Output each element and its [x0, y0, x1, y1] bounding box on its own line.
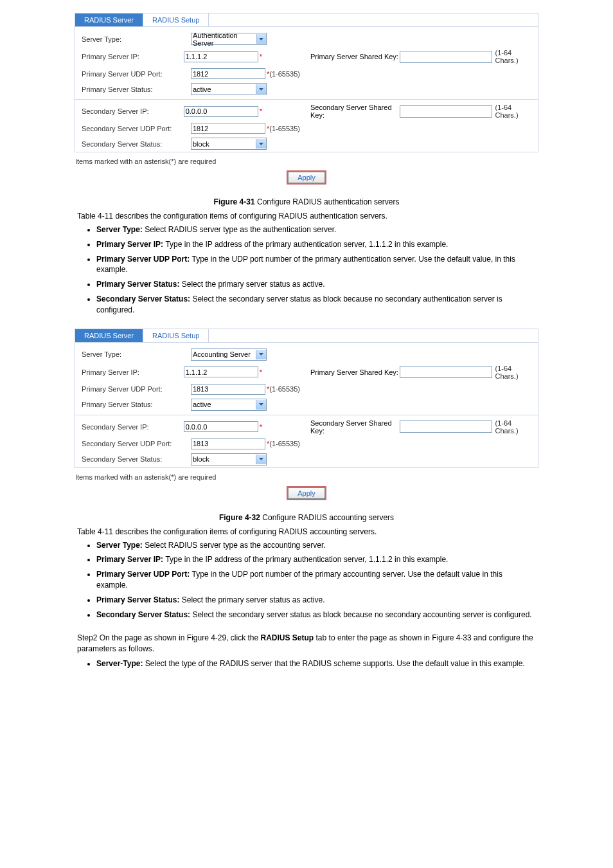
- hint-port: *(1-65535): [267, 125, 300, 132]
- primary-port-input[interactable]: [191, 384, 265, 395]
- primary-ip-input[interactable]: [184, 51, 258, 62]
- bullets-2: Server Type: Select RADIUS server type a…: [96, 540, 533, 620]
- step2: Step2 On the page as shown in Figure 4-2…: [77, 633, 540, 655]
- chevron-down-icon: [256, 400, 266, 410]
- secondary-key-input[interactable]: [400, 420, 492, 433]
- figure-caption-2: Figure 4-32 Configure RADIUS accounting …: [39, 513, 574, 522]
- label-secondary-key: Secondary Server Shared Key:: [310, 104, 400, 119]
- secondary-port-input[interactable]: [191, 123, 265, 134]
- radius-auth-form: RADIUS Server RADIUS Setup Server Type: …: [75, 13, 538, 152]
- secondary-key-input[interactable]: [400, 105, 492, 118]
- figure-link[interactable]: Figure 4-29: [187, 633, 226, 642]
- primary-port-input[interactable]: [191, 68, 265, 79]
- primary-status-select[interactable]: active: [191, 399, 267, 411]
- secondary-status-select[interactable]: block: [191, 138, 267, 150]
- apply-button[interactable]: Apply: [288, 172, 325, 183]
- tab-radius-server[interactable]: RADIUS Server: [75, 329, 143, 342]
- figure-caption-1: Figure 4-31 Configure RADIUS authenticat…: [39, 197, 574, 206]
- label-primary-status: Primary Server Status:: [82, 86, 191, 93]
- bullets-3: Server-Type: Select the type of the RADI…: [96, 658, 533, 669]
- tabs: RADIUS Server RADIUS Setup: [75, 329, 538, 343]
- secondary-status-select[interactable]: block: [191, 453, 267, 466]
- label-server-type: Server Type:: [82, 35, 191, 43]
- primary-status-select[interactable]: active: [191, 83, 267, 95]
- chevron-down-icon: [256, 84, 266, 94]
- label-secondary-port: Secondary Server UDP Port:: [82, 125, 191, 132]
- hint-port: *(1-65535): [267, 70, 300, 78]
- secondary-ip-input[interactable]: [184, 421, 258, 432]
- label-primary-key: Primary Server Shared Key:: [310, 53, 400, 60]
- required-note: Items marked with an asterisk(*) are req…: [75, 473, 538, 481]
- chevron-down-icon: [256, 34, 266, 44]
- required-star: *: [260, 107, 262, 115]
- required-note: Items marked with an asterisk(*) are req…: [75, 158, 538, 165]
- server-type-select[interactable]: Authentication Server: [191, 33, 267, 45]
- label-primary-port: Primary Server UDP Port:: [82, 70, 191, 78]
- desc-1: Table 4-11 describes the configuration i…: [77, 212, 540, 221]
- chevron-down-icon: [256, 350, 266, 359]
- table-link[interactable]: Table 4-11: [77, 527, 113, 536]
- radius-acct-form: RADIUS Server RADIUS Setup Server Type: …: [75, 329, 538, 468]
- tab-radius-setup[interactable]: RADIUS Setup: [143, 329, 209, 342]
- secondary-ip-input[interactable]: [184, 106, 258, 117]
- label-secondary-ip: Secondary Server IP:: [82, 107, 184, 115]
- required-star: *: [260, 53, 262, 60]
- server-type-select[interactable]: Accounting Server: [191, 348, 267, 361]
- tab-radius-setup[interactable]: RADIUS Setup: [143, 14, 209, 26]
- label-secondary-status: Secondary Server Status:: [82, 140, 191, 148]
- hint-chars: (1-64 Chars.): [495, 104, 531, 119]
- desc-2: Table 4-11 describes the configuration i…: [77, 527, 540, 536]
- label-primary-ip: Primary Server IP:: [82, 53, 184, 60]
- hint-chars: (1-64 Chars.): [495, 49, 531, 64]
- tabs: RADIUS Server RADIUS Setup: [75, 14, 538, 27]
- primary-ip-input[interactable]: [184, 366, 258, 377]
- chevron-down-icon: [256, 455, 266, 464]
- secondary-port-input[interactable]: [191, 439, 265, 449]
- apply-button[interactable]: Apply: [288, 487, 325, 499]
- bullets-1: Server Type: Select RADIUS server type a…: [96, 224, 533, 316]
- primary-key-input[interactable]: [400, 366, 492, 378]
- table-link[interactable]: Table 4-11: [77, 212, 113, 221]
- tab-radius-server[interactable]: RADIUS Server: [75, 14, 143, 26]
- figure-link[interactable]: Figure 4-33: [432, 633, 471, 642]
- chevron-down-icon: [256, 139, 266, 149]
- primary-key-input[interactable]: [400, 51, 492, 63]
